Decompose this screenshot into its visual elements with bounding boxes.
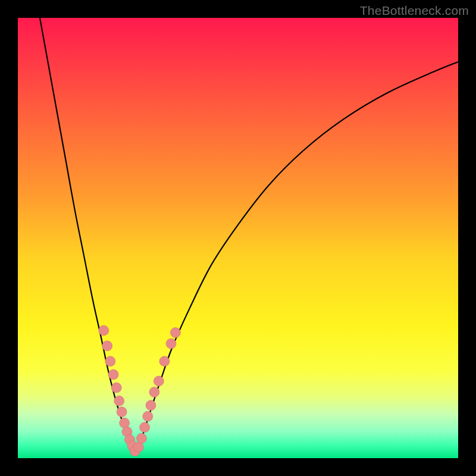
data-marker <box>154 376 164 386</box>
data-marker <box>136 433 146 443</box>
watermark-text: TheBottleneck.com <box>360 4 469 18</box>
data-marker <box>146 400 156 411</box>
data-marker <box>159 356 170 367</box>
data-marker <box>166 339 176 349</box>
data-marker <box>102 341 112 351</box>
data-marker <box>140 422 150 433</box>
gradient-background <box>18 18 458 458</box>
data-marker <box>111 383 121 393</box>
data-marker <box>108 369 118 380</box>
data-marker <box>105 356 115 367</box>
data-marker <box>114 396 124 406</box>
data-marker <box>120 418 130 428</box>
data-marker <box>170 328 180 338</box>
data-marker <box>99 325 109 336</box>
data-marker <box>133 442 143 452</box>
bottleneck-chart <box>0 0 476 476</box>
data-marker <box>117 407 127 417</box>
data-marker <box>143 411 153 421</box>
data-marker <box>149 387 159 397</box>
